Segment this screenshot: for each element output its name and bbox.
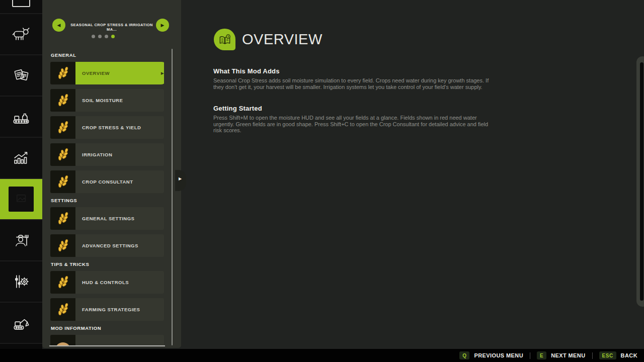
hint-next-menu[interactable]: E NEXT MENU	[537, 351, 586, 359]
section-label-settings: SETTINGS	[51, 198, 164, 203]
menu-item-farming-strategies[interactable]: FARMING STRATEGIES	[50, 298, 164, 321]
menu-item-label: CROP CONSULTANT	[82, 179, 133, 185]
help-book-icon	[218, 33, 232, 47]
hint-divider	[592, 352, 593, 359]
rail-tab-contracts[interactable]	[0, 55, 42, 97]
mod-help-icon	[9, 187, 34, 212]
menu-item-soil-moisture[interactable]: SOIL MOISTURE	[50, 89, 164, 112]
page-title: OVERVIEW	[242, 31, 323, 48]
menu-item-label: HUD & CONTROLS	[82, 280, 129, 285]
section-heading-what-this-mod-adds: What This Mod Adds	[213, 67, 280, 75]
section-heading-getting-started: Getting Started	[213, 105, 262, 112]
menu-item-label: FARMING STRATEGIES	[82, 307, 140, 312]
bottom-hint-bar: Q PREVIOUS MENU E NEXT MENU ESC BACK	[0, 349, 644, 362]
hint-back[interactable]: ESC BACK	[599, 351, 637, 359]
pager-dot[interactable]	[92, 35, 95, 38]
arrow-left-icon: ◀	[57, 23, 61, 28]
rail-tab-animals[interactable]	[0, 14, 42, 55]
menu-item-label: CROP STRESS & YIELD	[82, 125, 141, 130]
hint-label: PREVIOUS MENU	[474, 352, 523, 358]
pager-dot[interactable]	[98, 35, 102, 38]
menu-item-irrigation[interactable]: IRRIGATION	[50, 143, 164, 166]
wheat-icon	[50, 62, 75, 84]
farmer-icon	[10, 229, 32, 251]
wheat-icon	[50, 298, 75, 321]
excavator-icon	[10, 312, 32, 334]
hint-label: NEXT MENU	[551, 352, 585, 358]
content-scrollbar-thumb[interactable]	[640, 62, 643, 301]
menu-item-hud-controls[interactable]: HUD & CONTROLS	[50, 271, 164, 294]
menu-item-clipped[interactable]	[50, 335, 164, 346]
section-label-tips-tricks: TIPS & TRICKS	[51, 261, 164, 267]
rail-tab-mod-help-selected[interactable]: ▶	[0, 179, 42, 220]
wheat-icon	[50, 143, 75, 166]
menu-item-crop-stress-yield[interactable]: CROP STRESS & YIELD	[50, 116, 164, 139]
partial-icon	[12, 0, 30, 7]
menu-item-label: IRRIGATION	[82, 152, 112, 157]
rail-tab-construction[interactable]	[0, 303, 42, 344]
menu-item-label: GENERAL SETTINGS	[82, 216, 134, 221]
wheat-icon	[50, 207, 75, 230]
cow-icon	[10, 23, 32, 45]
hint-label: BACK	[621, 352, 637, 358]
pager-dots	[42, 35, 164, 38]
hint-divider	[530, 352, 530, 359]
rail-tab-settings[interactable]	[0, 261, 42, 303]
menu-clip-divider	[49, 345, 165, 346]
help-topic-menu: GENERAL OVERVIEW ▶ SOIL MOISTURE CROP ST…	[50, 50, 164, 346]
menu-item-label: SOIL MOISTURE	[82, 98, 123, 103]
mod-help-screen: ▶ ◀ ▶ SEASONAL CROP STRESS & IRRIGATION …	[0, 0, 644, 362]
contracts-icon	[10, 64, 32, 86]
panel-expand-arrow-icon: ▶	[179, 176, 182, 181]
previous-page-button[interactable]: ◀	[52, 19, 65, 32]
keycap-e: E	[537, 351, 546, 359]
menu-item-crop-consultant[interactable]: CROP CONSULTANT	[50, 170, 164, 193]
menu-item-general-settings[interactable]: GENERAL SETTINGS	[50, 207, 164, 230]
menu-item-label: OVERVIEW	[82, 70, 110, 76]
rail-tab-farmer[interactable]	[0, 220, 42, 261]
section-body-what-this-mod-adds: Seasonal Crop Stress adds soil moisture …	[213, 77, 494, 90]
next-page-button[interactable]: ▶	[156, 19, 169, 32]
potato-icon	[50, 335, 75, 346]
image-placeholder-icon	[11, 189, 31, 209]
keycap-esc: ESC	[599, 351, 616, 359]
arrow-right-icon: ▶	[161, 23, 165, 28]
keycap-q: Q	[459, 351, 469, 359]
pager-dot[interactable]	[105, 35, 108, 38]
sidebar-scrollbar[interactable]	[172, 49, 173, 345]
section-body-getting-started: Press Shift+M to open the moisture HUD a…	[213, 115, 494, 134]
wheat-icon	[50, 170, 75, 193]
left-icon-rail: ▶	[0, 0, 42, 349]
pager-dot-active[interactable]	[111, 35, 115, 38]
hint-previous-menu[interactable]: Q PREVIOUS MENU	[459, 351, 523, 359]
wheat-icon	[50, 89, 75, 112]
statistics-icon	[10, 147, 32, 169]
wheat-icon	[50, 234, 75, 257]
content-scrollbar-track[interactable]	[636, 56, 644, 307]
section-label-general: GENERAL	[51, 52, 164, 58]
rail-tab-production[interactable]	[0, 97, 42, 138]
menu-item-overview[interactable]: OVERVIEW ▶	[50, 62, 164, 84]
rail-tab-top-partial[interactable]	[0, 0, 42, 14]
section-label-mod-information: MOD INFORMATION	[51, 325, 164, 331]
selected-item-arrow-icon: ▶	[161, 71, 164, 75]
nav-title: SEASONAL CROP STRESS & IRRIGATION MA...	[66, 23, 157, 32]
help-sidebar-panel: ◀ ▶ SEASONAL CROP STRESS & IRRIGATION MA…	[42, 0, 181, 348]
sliders-gear-icon	[10, 270, 32, 293]
wheat-icon	[50, 116, 75, 139]
overview-badge	[214, 29, 235, 50]
production-icon	[10, 106, 32, 128]
wheat-icon	[50, 271, 75, 294]
rail-tab-statistics[interactable]	[0, 138, 42, 179]
menu-item-label: ADVANCED SETTINGS	[82, 243, 138, 248]
menu-item-advanced-settings[interactable]: ADVANCED SETTINGS	[50, 234, 164, 257]
